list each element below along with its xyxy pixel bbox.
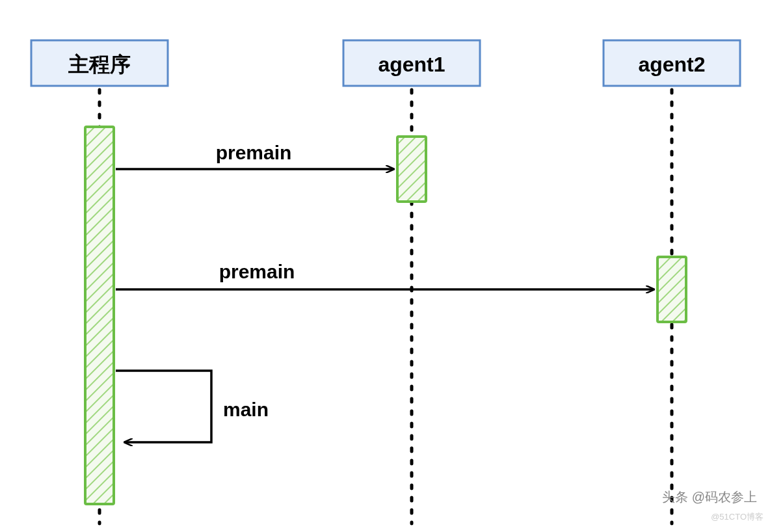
watermark-source: @51CTO博客 (711, 511, 763, 523)
lifeline-agent2-label: agent2 (638, 53, 705, 76)
lifeline-agent1-header: agent1 (343, 40, 480, 86)
activation-agent2 (657, 257, 686, 322)
sequence-diagram: 主程序 agent1 agent2 premain premain main (0, 0, 770, 532)
message-main-selfcall-arrow (116, 371, 211, 442)
message-premain-1-label: premain (216, 142, 292, 163)
message-premain-2-label: premain (219, 261, 295, 282)
lifeline-main-header: 主程序 (31, 40, 168, 86)
watermark-author: 头条 @码农参上 (662, 488, 757, 506)
lifeline-agent2-header: agent2 (604, 40, 740, 86)
activation-main (85, 127, 114, 504)
lifeline-agent1-label: agent1 (378, 53, 445, 76)
message-main-selfcall-label: main (223, 399, 269, 420)
activation-agent1 (397, 137, 426, 202)
lifeline-main-label: 主程序 (68, 53, 131, 76)
